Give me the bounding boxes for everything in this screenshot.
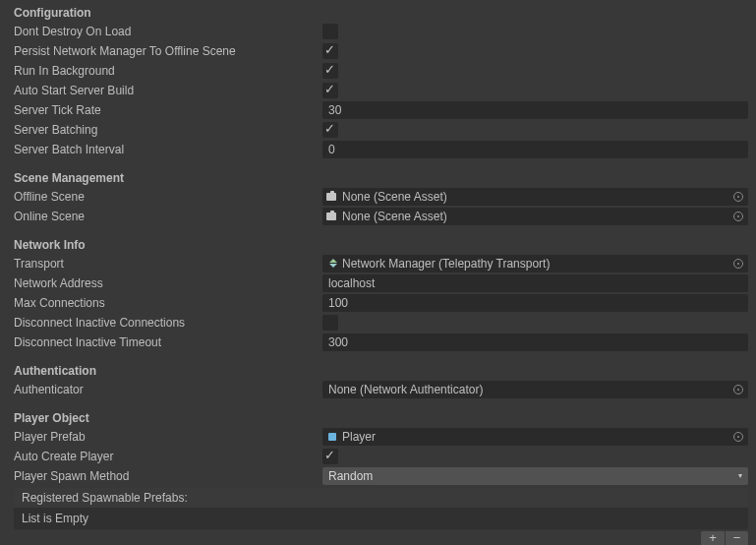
object-field-player-prefab[interactable]: Player [322, 428, 748, 446]
label-spawn-method: Player Spawn Method [14, 467, 322, 485]
spawnable-prefabs-list: Registered Spawnable Prefabs: List is Em… [14, 488, 748, 529]
row-dont-destroy: Dont Destroy On Load [0, 22, 756, 41]
input-max-connections[interactable] [322, 294, 748, 312]
online-scene-value: None (Scene Asset) [342, 208, 746, 225]
player-prefab-value: Player [342, 428, 746, 446]
label-authenticator: Authenticator [14, 381, 322, 398]
transport-value: Network Manager (Telepathy Transport) [342, 255, 746, 272]
input-disc-timeout[interactable] [322, 333, 748, 351]
row-offline-scene: Offline Scene None (Scene Asset) [0, 187, 756, 207]
row-batch-interval: Server Batch Interval [0, 140, 756, 159]
input-batch-interval[interactable] [322, 141, 748, 158]
authenticator-value: None (Network Authenticator) [326, 381, 746, 398]
object-picker-icon[interactable] [730, 256, 746, 272]
prefab-icon [326, 431, 338, 443]
label-batch-interval: Server Batch Interval [14, 141, 322, 158]
checkbox-dont-destroy[interactable] [322, 24, 338, 39]
row-network-address: Network Address [0, 273, 756, 293]
checkbox-batching[interactable] [322, 122, 338, 138]
checkbox-auto-create-player[interactable] [322, 449, 338, 464]
row-spawn-method: Player Spawn Method Random [0, 466, 756, 486]
label-disc-timeout: Disconnect Inactive Timeout [14, 333, 322, 351]
object-field-authenticator[interactable]: None (Network Authenticator) [322, 381, 748, 398]
row-auto-start: Auto Start Server Build [0, 81, 756, 100]
row-disc-timeout: Disconnect Inactive Timeout [0, 333, 756, 352]
section-player-obj-header: Player Object [0, 409, 756, 427]
section-scene-mgmt-header: Scene Management [0, 169, 756, 187]
offline-scene-value: None (Scene Asset) [342, 188, 746, 206]
label-batching: Server Batching [14, 121, 322, 139]
row-batching: Server Batching [0, 120, 756, 140]
row-max-connections: Max Connections [0, 293, 756, 313]
label-auto-start: Auto Start Server Build [14, 82, 322, 99]
object-picker-icon[interactable] [730, 429, 746, 445]
object-field-online-scene[interactable]: None (Scene Asset) [322, 208, 748, 225]
checkbox-auto-start[interactable] [322, 83, 338, 98]
spawnable-prefabs-empty: List is Empty [14, 508, 748, 529]
checkbox-run-in-bg[interactable] [322, 63, 338, 79]
label-network-address: Network Address [14, 274, 322, 292]
object-picker-icon[interactable] [730, 189, 746, 205]
object-picker-icon[interactable] [730, 382, 746, 397]
label-persist-nm: Persist Network Manager To Offline Scene [14, 42, 322, 60]
row-run-in-bg: Run In Background [0, 61, 756, 81]
label-dont-destroy: Dont Destroy On Load [14, 23, 322, 40]
row-player-prefab: Player Prefab Player [0, 427, 756, 447]
label-max-connections: Max Connections [14, 294, 322, 312]
section-auth-header: Authentication [0, 362, 756, 380]
row-tick-rate: Server Tick Rate [0, 100, 756, 120]
row-authenticator: Authenticator None (Network Authenticato… [0, 380, 756, 399]
object-picker-icon[interactable] [730, 209, 746, 224]
label-run-in-bg: Run In Background [14, 62, 322, 80]
object-field-transport[interactable]: Network Manager (Telepathy Transport) [322, 255, 748, 272]
input-network-address[interactable] [322, 274, 748, 292]
object-field-offline-scene[interactable]: None (Scene Asset) [322, 188, 748, 206]
label-tick-rate: Server Tick Rate [14, 101, 322, 119]
row-disc-inactive: Disconnect Inactive Connections [0, 313, 756, 333]
label-offline-scene: Offline Scene [14, 188, 322, 206]
remove-button[interactable]: − [725, 531, 748, 545]
dropdown-spawn-method[interactable]: Random [322, 467, 748, 485]
add-button[interactable]: + [701, 531, 725, 545]
input-tick-rate[interactable] [322, 101, 748, 119]
transport-icon [326, 258, 338, 270]
row-auto-create-player: Auto Create Player [0, 447, 756, 466]
label-transport: Transport [14, 255, 322, 272]
label-online-scene: Online Scene [14, 208, 322, 225]
label-disc-inactive: Disconnect Inactive Connections [14, 314, 322, 332]
section-network-info-header: Network Info [0, 236, 756, 254]
spawnable-prefabs-header[interactable]: Registered Spawnable Prefabs: [14, 488, 748, 508]
scene-asset-icon [326, 211, 338, 222]
row-transport: Transport Network Manager (Telepathy Tra… [0, 254, 756, 273]
label-player-prefab: Player Prefab [14, 428, 322, 446]
section-configuration-header: Configuration [0, 4, 756, 22]
label-auto-create-player: Auto Create Player [14, 448, 322, 465]
checkbox-persist-nm[interactable] [322, 43, 338, 59]
row-persist-nm: Persist Network Manager To Offline Scene [0, 41, 756, 61]
row-online-scene: Online Scene None (Scene Asset) [0, 207, 756, 226]
checkbox-disc-inactive[interactable] [322, 315, 338, 331]
scene-asset-icon [326, 191, 338, 203]
